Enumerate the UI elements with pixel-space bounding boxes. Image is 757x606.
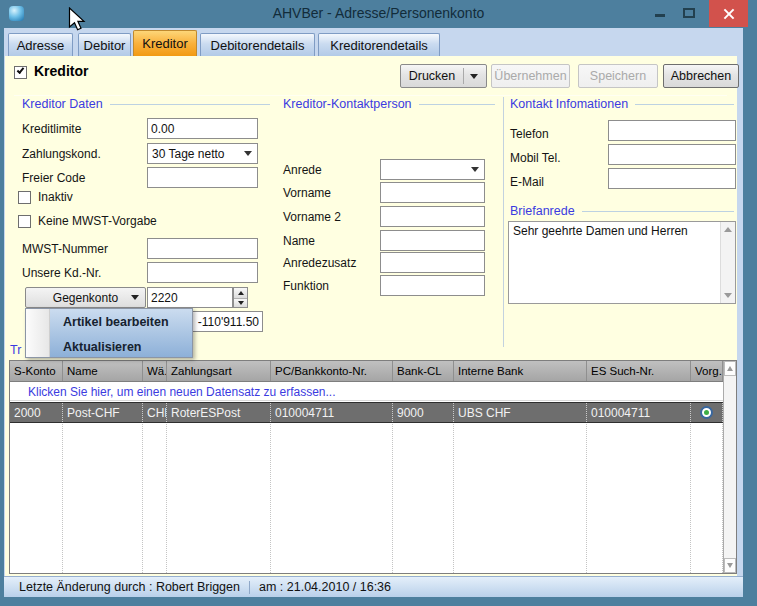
textarea-scrollbar[interactable] <box>720 222 735 303</box>
name-input[interactable] <box>380 230 485 251</box>
inaktiv-label: Inaktiv <box>38 190 73 204</box>
briefanrede-textarea[interactable]: Sehr geehrte Damen und Herren <box>508 221 736 304</box>
empty-column <box>10 424 63 573</box>
empty-column <box>143 424 167 573</box>
tab-kreditorendetails[interactable]: Kreditorendetails <box>318 33 440 56</box>
speichern-button[interactable]: Speichern <box>578 64 658 88</box>
telefon-input[interactable] <box>608 120 736 141</box>
chevron-down-icon <box>470 74 478 79</box>
column-divider-line <box>503 97 504 347</box>
checkmark-icon <box>17 66 25 74</box>
column-header-waehrung[interactable]: Wä.. <box>143 361 167 381</box>
unsere-kdnr-label: Unsere Kd.-Nr. <box>22 266 101 280</box>
mwst-nummer-input[interactable] <box>147 238 258 259</box>
cell-vorg <box>691 403 723 422</box>
unsere-kdnr-input[interactable] <box>147 262 258 283</box>
minimize-button[interactable] <box>655 14 665 17</box>
chevron-down-icon <box>471 167 479 172</box>
gegenkonto-context-menu: Artikel bearbeiten Aktualisieren <box>25 308 193 358</box>
gegenkonto-input[interactable] <box>147 287 233 308</box>
name-label: Name <box>283 234 315 248</box>
mobil-input[interactable] <box>608 144 736 165</box>
cell-bank-cl: 9000 <box>393 403 454 422</box>
table-row-selected[interactable]: 2000 Post-CHF CHF RoterESPost 010004711 … <box>10 402 723 423</box>
kontakt-informationen-group-header: Kontakt Infomationen <box>510 97 734 111</box>
empty-column <box>691 424 723 573</box>
cell-name: Post-CHF <box>63 403 143 422</box>
funktion-input[interactable] <box>380 275 485 296</box>
drucken-button-label: Drucken <box>409 69 456 83</box>
column-header-bank-cl[interactable]: Bank-CL <box>393 361 454 381</box>
keine-mwst-label: Keine MWST-Vorgabe <box>38 214 157 228</box>
arrow-up-icon <box>238 291 244 295</box>
inaktiv-checkbox[interactable] <box>18 191 31 204</box>
spinner-up-button[interactable] <box>234 288 247 298</box>
chevron-down-icon <box>244 151 252 156</box>
keine-mwst-checkbox[interactable] <box>18 215 31 228</box>
gegenkonto-spinner[interactable] <box>233 287 248 308</box>
email-input[interactable] <box>608 168 736 189</box>
column-header-s-konto[interactable]: S-Konto <box>10 361 63 381</box>
tab-kreditor[interactable]: Kreditor <box>133 30 197 56</box>
vorname2-input[interactable] <box>380 206 485 227</box>
kontakt-informationen-title: Kontakt Infomationen <box>510 97 628 111</box>
empty-column <box>63 424 143 573</box>
funktion-label: Funktion <box>283 279 329 293</box>
tab-debitorendetails[interactable]: Debitorendetails <box>200 33 315 56</box>
zahlungskond-value: 30 Tage netto <box>152 147 225 161</box>
menu-icon-gutter <box>26 309 50 357</box>
green-radio-icon <box>700 406 713 419</box>
briefanrede-title: Briefanrede <box>510 204 575 218</box>
button-divider <box>463 68 464 84</box>
spinner-down-button[interactable] <box>234 298 247 308</box>
telefon-label: Telefon <box>510 127 549 141</box>
kreditor-tab-page: Kreditor Drucken Übernehmen Speichern Ab… <box>5 56 737 576</box>
uebernehmen-button[interactable]: Übernehmen <box>491 64 570 88</box>
status-last-change: Letzte Änderung durch : Robert Briggen <box>19 580 240 594</box>
maximize-button[interactable] <box>683 8 695 18</box>
anrede-select[interactable] <box>380 159 485 180</box>
email-label: E-Mail <box>510 175 544 189</box>
drucken-button[interactable]: Drucken <box>400 64 487 88</box>
vorname-label: Vorname <box>283 186 331 200</box>
kontaktperson-title: Kreditor-Kontaktperson <box>283 97 412 111</box>
anredezusatz-input[interactable] <box>380 252 485 273</box>
column-header-pc-bankkonto[interactable]: PC/Bankkonto-Nr. <box>271 361 393 381</box>
tab-adresse[interactable]: Adresse <box>8 33 73 56</box>
close-button[interactable] <box>709 0 748 27</box>
keine-mwst-checkbox-row[interactable]: Keine MWST-Vorgabe <box>18 214 157 228</box>
kreditor-daten-group-header: Kreditor Daten <box>22 97 270 111</box>
kreditor-checkbox[interactable] <box>14 66 27 79</box>
empty-column <box>271 424 393 573</box>
scrollbar-down-button[interactable] <box>724 558 736 573</box>
scroll-down-icon <box>724 293 732 298</box>
gegenkonto-button-label: Gegenkonto <box>53 291 118 305</box>
scrollbar-up-button[interactable] <box>724 361 736 376</box>
transaktionen-section-label-fragment: Tr <box>10 343 21 357</box>
column-header-interne-bank[interactable]: Interne Bank <box>454 361 587 381</box>
briefanrede-text: Sehr geehrte Damen und Herren <box>513 224 717 238</box>
abbrechen-button[interactable]: Abbrechen <box>663 64 739 88</box>
scroll-up-icon <box>727 366 733 371</box>
zahlungskond-select[interactable]: 30 Tage netto <box>147 143 258 164</box>
cell-zahlungsart: RoterESPost <box>167 403 271 422</box>
column-header-zahlungsart[interactable]: Zahlungsart <box>167 361 271 381</box>
kreditor-checkbox-label: Kreditor <box>34 63 88 79</box>
kreditlimite-input[interactable] <box>147 118 258 139</box>
new-record-row[interactable]: Klicken Sie hier, um einen neuen Datensa… <box>10 383 723 401</box>
inaktiv-checkbox-row[interactable]: Inaktiv <box>18 190 73 204</box>
menu-item-aktualisieren[interactable]: Aktualisieren <box>51 334 192 359</box>
column-header-name[interactable]: Name <box>63 361 143 381</box>
group-header-line <box>635 104 734 105</box>
vorname-input[interactable] <box>380 182 485 203</box>
menu-item-artikel-bearbeiten[interactable]: Artikel bearbeiten <box>51 309 192 334</box>
cell-interne-bank: UBS CHF <box>454 403 587 422</box>
column-header-vorg[interactable]: Vorg.. <box>691 361 723 381</box>
column-header-es-such-nr[interactable]: ES Such-Nr. <box>587 361 691 381</box>
kreditlimite-label: Kreditlimite <box>22 122 81 136</box>
table-vertical-scrollbar[interactable] <box>723 361 736 573</box>
cell-s-konto: 2000 <box>10 403 63 422</box>
freier-code-input[interactable] <box>147 167 258 188</box>
tab-debitor[interactable]: Debitor <box>78 33 131 56</box>
gegenkonto-dropdown-button[interactable]: Gegenkonto <box>25 287 146 308</box>
